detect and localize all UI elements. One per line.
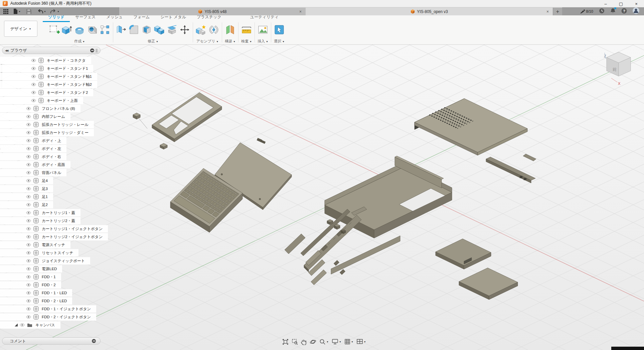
browser-item[interactable]: カートリッジ2・蓋 [0,217,80,224]
tab-close-icon[interactable]: × [299,9,302,14]
visibility-eye-icon[interactable] [26,211,31,214]
clock-icon[interactable] [599,8,605,15]
visibility-eye-icon[interactable] [26,115,31,118]
browser-item[interactable]: キーボード・上面 [0,97,83,104]
visibility-eye-icon[interactable] [26,163,31,166]
collapse-chevrons-icon[interactable]: ◀◀ [5,49,8,52]
viewports-icon[interactable]: ▼ [356,339,366,345]
browser-item[interactable]: 足3 [0,185,53,192]
panel-grip[interactable] [96,49,98,52]
fit-icon[interactable] [282,339,289,345]
visibility-eye-icon[interactable] [31,83,36,86]
browser-item[interactable]: キャンバス [0,321,60,329]
visibility-eye-icon[interactable] [26,251,31,254]
browser-item[interactable]: キーボード・コネクタ [0,57,91,64]
comment-collapse-icon[interactable] [92,339,96,343]
joint-icon[interactable] [208,24,219,35]
browser-item[interactable]: ボディ・底面 [0,161,70,168]
ribbon-tab-form[interactable]: フォーム [128,14,155,22]
browser-item[interactable]: キーボード・スタンド1 [0,65,93,72]
revolve-icon[interactable] [74,24,85,35]
visibility-eye-icon[interactable] [31,75,36,78]
browser-item[interactable]: 足4 [0,177,53,184]
move-copy-icon[interactable] [179,24,190,35]
display-settings-icon[interactable]: ▼ [332,339,341,345]
visibility-eye-icon[interactable] [26,235,31,238]
browser-item[interactable]: カートリッジ1・蓋 [0,209,80,216]
fillet-icon[interactable] [128,24,140,35]
save-icon[interactable] [26,9,31,14]
ribbon-tab-plastic[interactable]: プラスチック [191,14,227,22]
visibility-eye-icon[interactable] [31,59,36,62]
avatar[interactable] [633,7,639,15]
visibility-eye-icon[interactable] [26,203,31,206]
browser-item[interactable]: 足2 [0,201,53,208]
visibility-eye-icon[interactable] [26,283,31,287]
group-label-construct[interactable]: 構築 ▼ [225,39,235,44]
browser-item[interactable]: 内部フレーム [0,113,70,120]
combine-icon[interactable] [154,24,165,35]
ribbon-tab-solid[interactable]: ソリッド [43,14,70,22]
visibility-eye-icon[interactable] [26,219,31,222]
browser-item[interactable]: FDD・2・イジェクトボタン [0,313,96,321]
visibility-eye-icon[interactable] [26,259,31,262]
app-grid-icon[interactable] [3,9,8,14]
grid-settings-icon[interactable]: ▼ [344,339,353,345]
extrude-icon[interactable] [61,24,72,35]
zoom-icon[interactable]: ▼ [319,339,329,345]
browser-item[interactable]: ジョイスティックポート [0,257,90,265]
notification-bell-icon[interactable] [610,8,616,15]
ribbon-tab-surface[interactable]: サーフェス [70,14,101,22]
visibility-eye-icon[interactable] [26,139,31,142]
help-icon[interactable]: ? [621,8,627,15]
shell-icon[interactable] [141,24,152,35]
visibility-eye-icon[interactable] [26,123,31,126]
browser-item[interactable]: FDD・2 [0,281,61,289]
pan-hand-icon[interactable] [301,339,307,345]
visibility-eye-icon[interactable] [31,91,36,94]
redo-icon[interactable]: ▼ [50,9,59,14]
visibility-eye-icon[interactable] [26,291,31,295]
visibility-eye-icon[interactable] [31,67,36,70]
browser-panel-header[interactable]: ◀◀ ブラウザ [2,47,101,54]
browser-item[interactable]: ボディ・左 [0,145,66,152]
visibility-eye-icon[interactable] [26,131,31,134]
visibility-eye-icon[interactable] [26,307,31,311]
browser-item[interactable]: 拡張カートリッジ・レール [0,121,94,128]
insert-canvas-icon[interactable] [257,24,269,35]
new-component-icon[interactable] [195,24,207,35]
visibility-eye-icon[interactable] [26,299,31,303]
ribbon-tab-sheetmetal[interactable]: シート メタル [155,14,191,22]
minimize-panel-icon[interactable] [90,48,94,52]
browser-item[interactable]: フロントパネル (8) [0,105,80,112]
browser-item[interactable]: FDD・1・LED [0,289,72,297]
orbit-icon[interactable] [310,339,316,345]
visibility-eye-icon[interactable] [26,195,31,198]
visibility-eye-icon[interactable] [20,323,25,327]
undo-icon[interactable]: ▼ [37,9,46,14]
rectangular-pattern-icon[interactable] [99,24,111,35]
zoom-window-icon[interactable] [292,339,298,345]
measure-icon[interactable] [241,24,252,35]
file-menu-icon[interactable]: ▼ [13,9,21,14]
browser-item[interactable]: キーボード・スタンド軸1 [0,73,97,80]
browser-item[interactable]: 背面パネル [0,169,66,176]
group-label-modify[interactable]: 修正 ▼ [148,39,158,44]
browser-item[interactable]: 拡張カートリッジ・ダミー [0,129,94,136]
browser-item[interactable]: キーボード・スタンド軸2 [0,81,97,88]
visibility-eye-icon[interactable] [26,187,31,190]
expanded-triangle-icon[interactable] [15,324,18,327]
visibility-eye-icon[interactable] [26,107,31,110]
browser-item[interactable]: ボディ・上 [0,137,66,144]
new-tab-button[interactable]: + [553,8,562,15]
group-label-assemble[interactable]: アセンブリ ▼ [196,39,218,44]
view-cube[interactable]: Z 前 X [598,47,640,88]
viewport-3d[interactable]: ◀◀ ブラウザ キーボード・コネクタ [0,45,644,350]
construction-plane-icon[interactable] [224,24,236,35]
minimize-button[interactable]: – [598,0,613,7]
browser-item[interactable]: 足1 [0,193,53,200]
visibility-eye-icon[interactable] [26,315,31,319]
visibility-eye-icon[interactable] [26,275,31,279]
browser-item[interactable]: キーボード・スタンド2 [0,89,93,96]
browser-item[interactable]: FDD・1・イジェクトボタン [0,305,96,313]
